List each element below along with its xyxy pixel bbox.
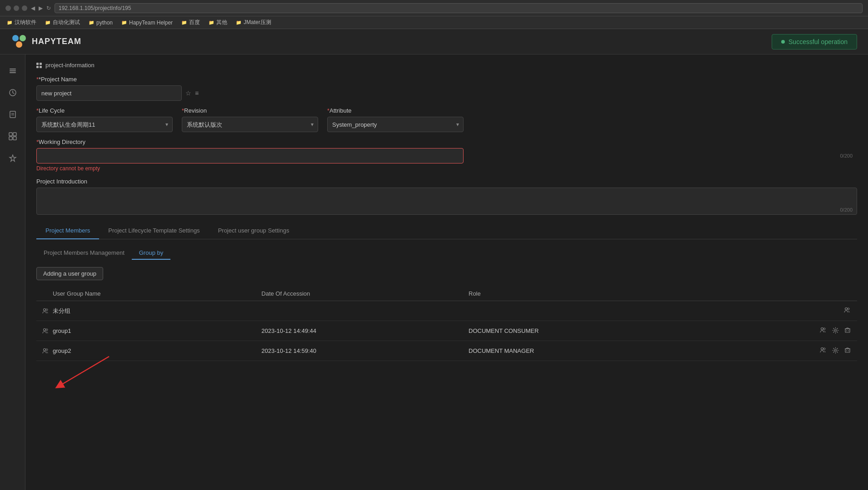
delete-icon-row3[interactable] (843, 346, 852, 356)
sidebar (0, 54, 25, 490)
back-icon[interactable]: ◀ (31, 5, 35, 11)
working-dir-group: *Working Directory 0/200 Directory canno… (36, 139, 857, 172)
attribute-label: *Attribute (327, 107, 464, 114)
sidebar-item-structure[interactable] (4, 127, 22, 145)
svg-point-1 (20, 35, 26, 41)
lifecycle-select[interactable]: 系统默认生命周期11 (36, 117, 173, 132)
sidebar-item-history[interactable] (4, 84, 22, 102)
role-cell: DOCUMENT CONSUMER (463, 321, 718, 341)
svg-point-31 (835, 349, 837, 351)
logo-text: HAPYTEAM (32, 37, 81, 46)
table-row: group1 2023-10-12 14:49:44 DOCUMENT CONS… (36, 321, 857, 341)
bookmarks-bar: 📁 汉纳软件 📁 自动化测试 📁 python 📁 HapyTeam Helpe… (0, 16, 868, 29)
bookmark-item[interactable]: 📁 自动化测试 (42, 18, 83, 27)
tab-lifecycle-settings[interactable]: Project Lifecycle Template Settings (99, 223, 209, 239)
svg-point-17 (848, 308, 849, 310)
bookmark-item[interactable]: 📁 HapyTeam Helper (118, 19, 175, 27)
sub-tab-management[interactable]: Project Members Management (36, 247, 132, 260)
form-three-col: *Life Cycle 系统默认生命周期11 *Revision 系统默认版次 … (36, 107, 857, 139)
table-row: 未分组 (36, 301, 857, 321)
app-layout: project-information **Project Name ☆ ≡ *… (0, 54, 868, 490)
working-dir-label: *Working Directory (36, 139, 857, 145)
revision-select-wrapper: 系统默认版次 (182, 117, 318, 132)
svg-point-27 (44, 348, 46, 351)
revision-group: *Revision 系统默认版次 (182, 107, 318, 132)
minimize-btn[interactable] (14, 5, 19, 11)
toast-text: Successful operation (788, 38, 848, 45)
bookmark-item[interactable]: 📁 JMater压测 (233, 18, 274, 27)
bookmark-item[interactable]: 📁 python (85, 19, 115, 27)
section-title: project-information (45, 62, 95, 69)
url-bar[interactable]: 192.168.1.105/projectInfo/195 (55, 3, 863, 13)
layers-icon (8, 66, 17, 75)
group-name-cell: group2 (36, 341, 256, 361)
svg-point-21 (823, 328, 825, 330)
section-title-row: project-information (36, 62, 857, 69)
intro-counter: 0/200 (840, 207, 853, 213)
bookmark-icon-2: 📁 (88, 20, 95, 26)
main-content: project-information **Project Name ☆ ≡ *… (25, 54, 868, 490)
action-icons-row2 (724, 326, 852, 336)
settings-icon-row3[interactable] (831, 346, 840, 356)
svg-point-15 (46, 309, 48, 311)
intro-label: Project Introduction (36, 178, 857, 185)
app-header: HAPYTEAM Successful operation (0, 29, 868, 54)
working-dir-counter: 0/200 (840, 153, 853, 158)
clock-icon (8, 88, 17, 97)
project-name-label: **Project Name (36, 76, 857, 83)
star-input-icon[interactable]: ☆ (185, 89, 191, 97)
bookmark-icon-5: 📁 (208, 20, 215, 26)
sub-tab-group-by[interactable]: Group by (132, 247, 170, 260)
maximize-btn[interactable] (22, 5, 27, 11)
sub-tabs: Project Members Management Group by (36, 247, 857, 260)
svg-rect-4 (10, 70, 16, 71)
members-icon-row3[interactable] (818, 346, 828, 356)
intro-textarea[interactable] (36, 188, 857, 215)
svg-point-19 (46, 329, 48, 331)
attribute-select[interactable]: System_property (327, 117, 464, 132)
svg-rect-23 (845, 329, 850, 332)
grid-icon (36, 63, 42, 68)
col-header-date: Date Of Accession (256, 287, 463, 301)
forward-icon[interactable]: ▶ (39, 5, 43, 11)
working-dir-input[interactable] (36, 148, 464, 163)
svg-rect-13 (13, 137, 16, 140)
sidebar-item-star[interactable] (4, 149, 22, 167)
group-users-icon (42, 347, 49, 355)
revision-label: *Revision (182, 107, 318, 114)
svg-point-16 (845, 308, 848, 310)
sidebar-item-document[interactable] (4, 105, 22, 124)
actions-cell (718, 301, 857, 321)
browser-controls (5, 5, 27, 11)
bookmark-icon-0: 📁 (6, 20, 13, 26)
bookmark-item[interactable]: 📁 百度 (178, 18, 203, 27)
revision-select[interactable]: 系统默认版次 (182, 117, 318, 132)
refresh-icon[interactable]: ↻ (46, 5, 51, 11)
close-btn[interactable] (5, 5, 11, 11)
bookmark-item[interactable]: 📁 其他 (205, 18, 230, 27)
hapyteam-logo (11, 34, 27, 50)
menu-input-icon[interactable]: ≡ (195, 89, 199, 97)
members-icon-row2[interactable] (818, 326, 828, 336)
star-icon (8, 153, 17, 163)
settings-icon-row2[interactable] (831, 326, 840, 336)
tab-user-group-settings[interactable]: Project user group Settings (209, 223, 299, 239)
col-header-actions (718, 287, 857, 301)
lifecycle-group: *Life Cycle 系统默认生命周期11 (36, 107, 173, 132)
actions-cell (718, 321, 857, 341)
tab-project-members[interactable]: Project Members (36, 223, 99, 239)
bookmark-item[interactable]: 📁 汉纳软件 (4, 18, 39, 27)
sidebar-item-layers[interactable] (4, 62, 22, 80)
delete-icon-row2[interactable] (843, 326, 852, 336)
project-name-input[interactable] (36, 85, 182, 101)
date-cell: 2023-10-12 14:49:44 (256, 321, 463, 341)
attribute-group: *Attribute System_property (327, 107, 464, 132)
svg-point-2 (16, 41, 22, 48)
svg-rect-3 (10, 69, 16, 69)
bookmark-icon-4: 📁 (181, 20, 187, 26)
role-cell: DOCUMENT MANAGER (463, 341, 718, 361)
view-members-icon[interactable] (843, 306, 852, 316)
project-name-group: **Project Name ☆ ≡ (36, 76, 857, 101)
col-header-role: Role (463, 287, 718, 301)
add-user-group-button[interactable]: Adding a user group (36, 267, 103, 280)
